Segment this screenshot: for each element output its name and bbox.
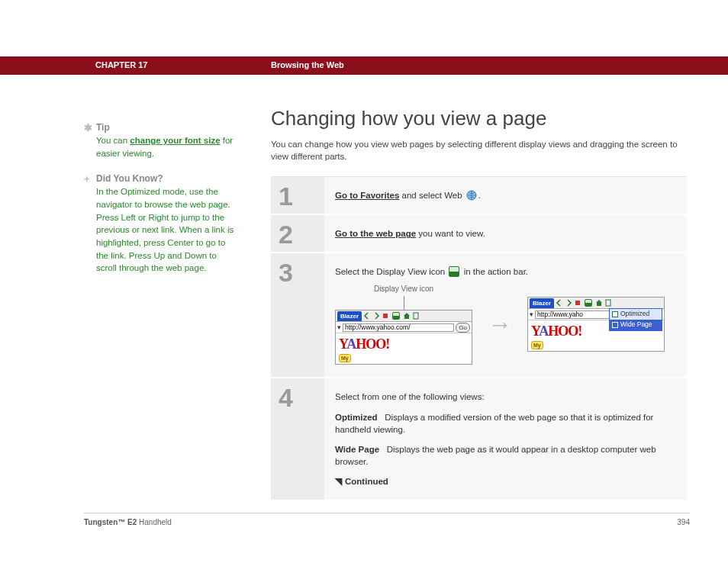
optimized-desc: Optimized Displays a modified version of…	[335, 411, 676, 436]
step-1: 1 Go to Favorites and select Web .	[271, 177, 687, 215]
step-number: 3	[271, 253, 324, 377]
step-4: 4 Select from one of the following views…	[271, 378, 687, 501]
my-badge: My	[339, 354, 351, 363]
svg-rect-2	[414, 313, 418, 319]
arrow-right-icon: →	[488, 307, 512, 342]
forward-icon	[565, 299, 572, 307]
change-font-size-link[interactable]: change your font size	[130, 136, 220, 145]
dropdown-icon: ▾	[530, 310, 533, 320]
step-body: Go to the web page you want to view.	[324, 215, 687, 252]
dropdown-icon: ▾	[337, 323, 341, 333]
continued-indicator: ◥Continued	[335, 475, 676, 487]
step-number: 2	[271, 215, 324, 252]
popup-optimized-label: Optimized	[620, 310, 649, 319]
screenshot-left-wrap: Display View icon Blazer	[335, 284, 472, 365]
wide-page-text: Displays the web page as it would appear…	[335, 445, 656, 466]
page-footer: Tungsten™ E2 Handheld 394	[84, 513, 690, 526]
product-bold: Tungsten™ E2	[84, 518, 137, 526]
dyk-heading: Did You Know?	[84, 173, 237, 184]
product-name: Tungsten™ E2 Handheld	[84, 518, 172, 526]
page-number: 394	[677, 518, 690, 526]
blazer-tab: Blazer	[337, 311, 362, 321]
page-title: Changing how you view a page	[271, 107, 687, 130]
bookmark-icon	[604, 299, 612, 307]
svg-rect-4	[606, 300, 610, 306]
main-content: Changing how you view a page You can cha…	[271, 107, 687, 501]
step-3: 3 Select the Display View icon in the ac…	[271, 253, 687, 378]
tip-pre: You can	[96, 136, 130, 145]
display-view-popup: Optimized Wide Page	[609, 308, 662, 331]
address-bar: ▾ Go	[336, 322, 472, 333]
step1-text: and select Web	[399, 191, 464, 200]
bookmark-icon	[412, 312, 420, 320]
step2-text: you want to view.	[416, 229, 485, 238]
tip-heading: Tip	[84, 122, 237, 133]
display-view-toolbar-icon	[585, 299, 592, 307]
step3-pre: Select the Display View icon	[335, 267, 447, 276]
step-body: Go to Favorites and select Web .	[324, 177, 687, 214]
chapter-header: CHAPTER 17 Browsing the Web	[0, 56, 728, 75]
tip-body: You can change your font size for easier…	[84, 134, 237, 159]
wide-page-icon	[612, 322, 618, 328]
pointer-line	[404, 296, 404, 310]
section-label: Browsing the Web	[271, 60, 344, 69]
step-body: Select from one of the following views: …	[324, 378, 687, 500]
chapter-label: CHAPTER 17	[95, 60, 147, 69]
steps-list: 1 Go to Favorites and select Web . 2 Go …	[271, 176, 687, 501]
yahoo-logo: YAHOO!	[531, 323, 581, 339]
continued-label: Continued	[345, 477, 388, 486]
step4-lead: Select from one of the following views:	[335, 391, 676, 403]
step-number: 4	[271, 378, 324, 500]
wide-page-desc: Wide Page Displays the web page as it wo…	[335, 443, 676, 468]
svg-rect-3	[575, 301, 580, 305]
optimized-text: Displays a modified version of the web p…	[335, 413, 653, 434]
display-view-icon-label: Display View icon	[374, 284, 433, 294]
optimized-label: Optimized	[335, 413, 378, 422]
browser-screenshot-right: Blazer ▾ Go	[527, 297, 665, 352]
popup-optimized: Optimized	[610, 309, 662, 320]
popup-wide-page-label: Wide Page	[620, 320, 652, 330]
dyk-note: Did You Know? In the Optimized mode, use…	[84, 173, 237, 275]
continued-arrow-icon: ◥	[335, 475, 342, 487]
svg-rect-1	[383, 314, 388, 318]
sidebar: Tip You can change your font size for ea…	[84, 122, 237, 288]
optimized-icon	[612, 311, 618, 317]
display-view-toolbar-icon	[392, 312, 400, 320]
forward-icon	[372, 312, 380, 320]
product-rest: Handheld	[137, 518, 172, 526]
blazer-tab: Blazer	[530, 298, 554, 308]
back-icon	[363, 312, 371, 320]
wide-page-label: Wide Page	[335, 445, 379, 454]
screenshot-row: Display View icon Blazer	[335, 284, 676, 365]
step3-post: in the action bar.	[461, 267, 528, 276]
back-icon	[556, 299, 563, 307]
stop-icon	[574, 299, 581, 307]
go-button: Go	[456, 323, 470, 333]
step-body: Select the Display View icon in the acti…	[324, 253, 687, 377]
step-number: 1	[271, 177, 324, 214]
home-icon	[403, 312, 411, 320]
yahoo-logo: YAHOO!	[339, 336, 389, 352]
tip-note: Tip You can change your font size for ea…	[84, 122, 237, 159]
go-to-favorites-link[interactable]: Go to Favorites	[335, 191, 399, 200]
url-input	[343, 323, 454, 332]
toolbar: Blazer	[336, 310, 472, 322]
popup-wide-page: Wide Page	[610, 320, 662, 330]
step-2: 2 Go to the web page you want to view.	[271, 215, 687, 253]
stop-icon	[382, 312, 389, 320]
my-badge: My	[531, 341, 543, 350]
toolbar: Blazer	[528, 298, 664, 309]
browser-screenshot-left: Blazer ▾ Go	[335, 310, 472, 365]
home-icon	[595, 299, 603, 307]
go-to-web-page-link[interactable]: Go to the web page	[335, 229, 416, 238]
dyk-body: In the Optimized mode, use the navigator…	[84, 185, 237, 275]
page-content: YAHOO! My	[336, 333, 472, 364]
intro-text: You can change how you view web pages by…	[271, 138, 687, 162]
display-view-icon	[449, 266, 459, 277]
web-globe-icon	[466, 190, 477, 201]
